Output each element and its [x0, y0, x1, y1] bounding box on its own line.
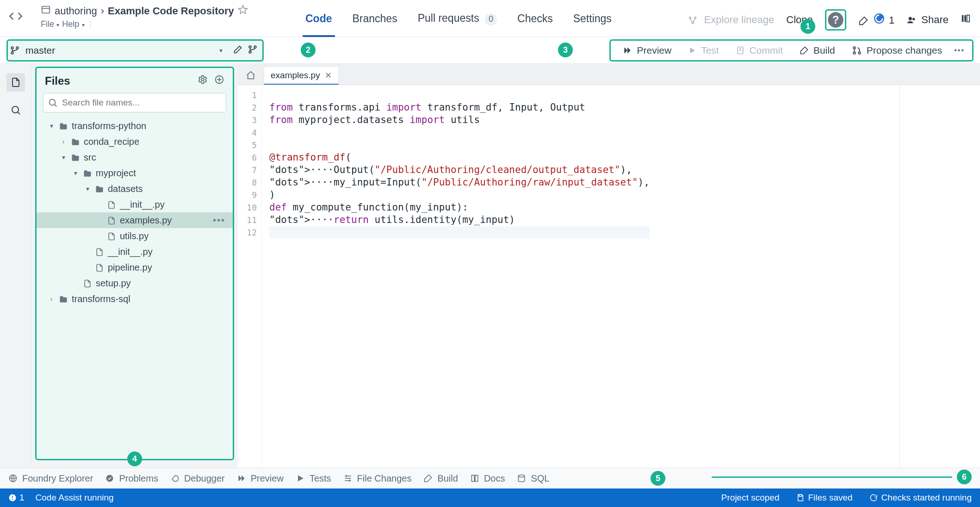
svg-point-51 — [12, 499, 13, 500]
svg-marker-41 — [242, 475, 245, 481]
foundry-explorer-tab[interactable]: Foundry Explorer — [8, 473, 93, 484]
svg-rect-14 — [967, 15, 970, 22]
file-setup-py[interactable]: setup.py — [37, 275, 233, 291]
gear-icon[interactable] — [198, 74, 208, 87]
help-button[interactable]: ? — [825, 9, 846, 31]
explore-lineage-button[interactable]: Explore lineage — [688, 14, 775, 26]
svg-marker-21 — [625, 47, 628, 53]
test-button[interactable]: Test — [681, 43, 726, 58]
svg-line-7 — [693, 19, 695, 22]
folder-myproject[interactable]: ▾myproject — [37, 165, 233, 181]
menu-divider — [90, 21, 91, 28]
files-rail-icon[interactable] — [6, 73, 25, 92]
breadcrumb-root[interactable]: authoring — [55, 5, 97, 17]
tab-settings[interactable]: Settings — [573, 12, 612, 36]
status-error-count[interactable]: 1 — [8, 493, 25, 503]
file-icon — [107, 199, 116, 210]
tree-item-label: pipeline.py — [108, 262, 228, 273]
callout-1: 1 — [800, 19, 815, 34]
file-changes-tab[interactable]: File Changes — [343, 473, 412, 484]
file-menu[interactable]: File ▾ — [41, 19, 59, 29]
code-content[interactable]: from transforms.api import transform_df,… — [262, 85, 657, 468]
svg-line-6 — [690, 19, 692, 22]
branch-name: master — [25, 45, 55, 56]
file-search-input[interactable] — [43, 93, 226, 112]
file-icon — [107, 215, 116, 226]
chevron-down-icon: ▾ — [84, 185, 91, 192]
project-scope-status[interactable]: Project scoped — [721, 493, 780, 503]
line-gutter: 123456789101112 — [238, 85, 262, 468]
file--init-py[interactable]: __init__.py — [37, 197, 233, 212]
sql-tab[interactable]: SQL — [517, 473, 549, 484]
edit-branch-icon[interactable] — [233, 44, 243, 56]
folder-src[interactable]: ▾src — [37, 149, 233, 165]
file-utils-py[interactable]: utils.py — [37, 228, 233, 244]
debugger-tab[interactable]: Debugger — [170, 473, 225, 484]
commit-button[interactable]: Commit — [728, 43, 790, 58]
tab-checks[interactable]: Checks — [517, 12, 553, 36]
chevron-down-icon: ▾ — [48, 122, 55, 130]
tree-item-label: setup.py — [96, 278, 228, 289]
more-icon[interactable]: ••• — [213, 215, 228, 226]
panel-toggle-icon[interactable] — [961, 13, 971, 26]
tab-code[interactable]: Code — [305, 12, 332, 36]
problems-tab[interactable]: Problems — [105, 473, 158, 484]
callout-6: 6 — [957, 470, 972, 484]
folder-icon — [59, 294, 68, 304]
files-saved-status[interactable]: Files saved — [796, 493, 853, 503]
build-tab[interactable]: Build — [423, 473, 458, 484]
tab-pull-requests[interactable]: Pull requests 0 — [418, 12, 497, 37]
svg-point-20 — [254, 46, 256, 48]
svg-point-32 — [201, 78, 204, 81]
file-examples-py[interactable]: examples.py••• — [37, 212, 233, 228]
build-status-indicator[interactable]: 1 — [858, 13, 895, 26]
more-actions-icon[interactable]: ••• — [951, 46, 968, 55]
branch-selector[interactable]: master ▾ — [10, 45, 223, 56]
new-branch-icon[interactable] — [248, 44, 258, 56]
preview-tab[interactable]: Preview — [237, 473, 284, 484]
chevron-right-icon: › — [48, 295, 55, 303]
chevron-down-icon: ▾ — [72, 169, 79, 177]
checks-running-status[interactable]: Checks started running — [869, 493, 972, 503]
folder-transforms-python[interactable]: ▾transforms-python — [37, 118, 233, 134]
tests-tab[interactable]: Tests — [296, 473, 331, 484]
actions-highlight: Preview Test Commit Build Propose change… — [609, 39, 974, 62]
file-icon — [83, 278, 92, 289]
tree-item-label: datasets — [108, 184, 228, 194]
svg-rect-0 — [42, 6, 50, 13]
main-body: Files ▾transforms-python›conda_recipe▾sr… — [0, 64, 980, 468]
search-rail-icon[interactable] — [6, 101, 25, 119]
chevron-down-icon: ▾ — [60, 154, 67, 161]
preview-button[interactable]: Preview — [615, 43, 679, 58]
svg-point-11 — [912, 18, 915, 20]
add-file-icon[interactable] — [214, 74, 224, 87]
help-menu[interactable]: Help ▾ — [62, 19, 84, 29]
svg-line-31 — [18, 112, 20, 114]
ruler-line — [899, 85, 900, 468]
editor-tab-examples[interactable]: examples.py ✕ — [264, 66, 339, 85]
app-header: authoring › Example Code Repository File… — [0, 0, 980, 37]
tab-branches[interactable]: Branches — [353, 12, 397, 36]
folder-transforms-sql[interactable]: ›transforms-sql — [37, 291, 233, 307]
star-icon[interactable] — [238, 5, 248, 18]
tree-item-label: examples.py — [120, 215, 209, 226]
close-icon[interactable]: ✕ — [325, 70, 332, 80]
folder-conda-recipe[interactable]: ›conda_recipe — [37, 134, 233, 149]
header-right-cluster: Explore lineage Clone 1 ? 1 Share — [688, 9, 971, 31]
build-button[interactable]: Build — [792, 43, 843, 58]
resource-icon — [41, 5, 51, 18]
folder-datasets[interactable]: ▾datasets — [37, 181, 233, 197]
code-assist-status[interactable]: Code Assist running — [36, 493, 114, 503]
svg-marker-42 — [298, 475, 304, 481]
breadcrumb-repo[interactable]: Example Code Repository — [108, 5, 234, 17]
propose-changes-button[interactable]: Propose changes — [844, 43, 949, 58]
svg-marker-40 — [238, 475, 242, 481]
share-button[interactable]: Share — [906, 14, 949, 26]
file-pipeline-py[interactable]: pipeline.py — [37, 260, 233, 275]
file--init-py[interactable]: __init__.py — [37, 244, 233, 260]
home-icon[interactable] — [242, 66, 260, 85]
docs-tab[interactable]: Docs — [470, 473, 505, 484]
file-tree: ▾transforms-python›conda_recipe▾src▾mypr… — [37, 117, 233, 459]
status-bar: 1 Code Assist running Project scoped Fil… — [0, 488, 980, 507]
tree-item-label: transforms-sql — [72, 294, 228, 304]
